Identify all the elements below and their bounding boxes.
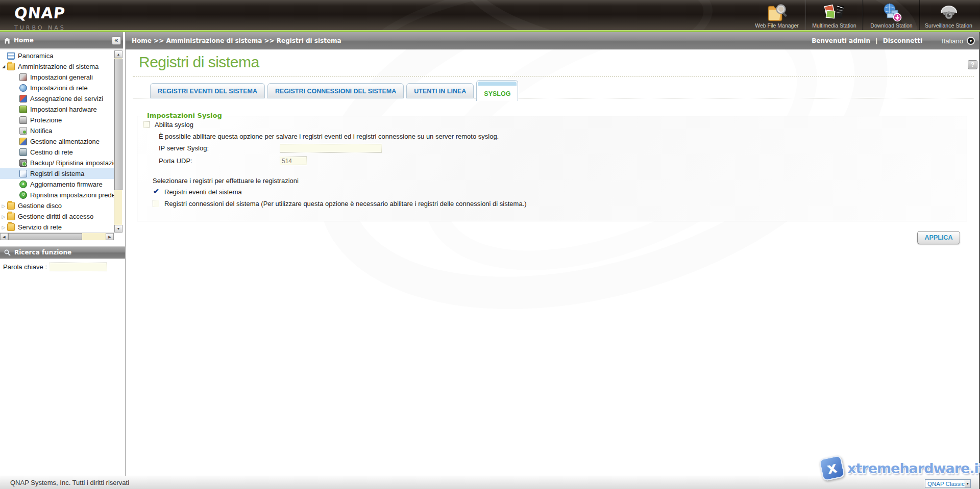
scroll-right-icon[interactable]: ▶	[106, 233, 114, 240]
select-logs-note: Selezionare i registri per effettuare le…	[153, 177, 299, 185]
tab-utenti-in-linea[interactable]: UTENTI IN LINEA	[406, 83, 474, 98]
keyword-input[interactable]	[50, 263, 107, 271]
sidebar-item-label: Assegnazione dei servizi	[30, 95, 103, 102]
sidebar-item-label: Cestino di rete	[30, 148, 73, 156]
log-tabs: REGISTRI EVENTI DEL SISTEMAREGISTRI CONN…	[150, 82, 518, 98]
home-icon	[4, 37, 11, 44]
sidebar-item-label: Notifica	[30, 127, 52, 135]
station-surveillance-station[interactable]: Surveillance Station	[920, 0, 977, 30]
sidebar-item-registri-di-sistema[interactable]: Registri di sistema	[0, 168, 114, 179]
connection-logs-label: Registri connessioni del sistema (Per ut…	[164, 200, 527, 208]
sidebar-item-label: Servizio di rete	[18, 223, 62, 231]
collapse-sidebar-button[interactable]: «	[112, 36, 121, 45]
sidebar-item-label: Backup/ Ripristina impostazioni	[30, 159, 114, 167]
navigation-tree: Panoramica◢Amministrazione di sistemaImp…	[0, 50, 114, 233]
sidebar-item-assegnazione-dei-servizi[interactable]: Assegnazione dei servizi	[0, 93, 114, 104]
firmware-icon	[19, 181, 27, 188]
connection-logs-checkbox[interactable]	[153, 200, 159, 207]
theme-select[interactable]: QNAP Classic ▼	[925, 479, 971, 488]
language-dropdown-icon[interactable]: ▼	[967, 37, 975, 45]
tab-label: REGISTRI EVENTI DEL SISTEMA	[158, 88, 257, 95]
tab-syslog[interactable]: SYSLOG	[476, 80, 518, 101]
folder-icon	[7, 223, 15, 231]
station-label: Download Station	[870, 22, 912, 29]
horizontal-scroll-thumb[interactable]	[8, 233, 82, 240]
security-icon	[19, 116, 27, 124]
syslog-settings-group: Impostazioni Syslog Abilita syslog È pos…	[137, 116, 967, 221]
syslog-ip-input[interactable]	[280, 144, 382, 152]
tree-vertical-scrollbar[interactable]: ▲ ▼	[114, 50, 122, 233]
sidebar-item-label: Gestione diritti di accesso	[18, 213, 93, 220]
sidebar-item-gestione-diritti-di-accesso[interactable]: ▷Gestione diritti di accesso	[0, 211, 114, 222]
station-download-station[interactable]: Download Station	[863, 0, 920, 30]
main-content: Registri di sistema ? REGISTRI EVENTI DE…	[126, 49, 979, 476]
services-icon	[19, 95, 27, 102]
tab-registri-connessioni-del-sistema[interactable]: REGISTRI CONNESSIONI DEL SISTEMA	[267, 83, 404, 98]
sidebar-item-label: Impostazioni hardware	[30, 106, 97, 113]
sidebar-item-gestione-disco[interactable]: ▷Gestione disco	[0, 200, 114, 211]
scroll-left-icon[interactable]: ◀	[0, 233, 8, 240]
expander-closed-icon[interactable]: ▷	[0, 203, 7, 209]
expander-open-icon[interactable]: ◢	[0, 64, 7, 69]
group-legend: Impostazioni Syslog	[144, 112, 225, 119]
breadcrumb: Home >> Amministrazione di sistema >> Re…	[132, 37, 812, 44]
multimedia-station-icon	[823, 2, 846, 22]
web-file-manager-icon	[765, 2, 789, 22]
sidebar-item-servizio-di-rete[interactable]: ▷Servizio di rete	[0, 222, 114, 233]
sidebar-item-label: Gestione alimentazione	[30, 138, 100, 145]
sidebar-item-label: Registri di sistema	[30, 170, 84, 177]
sidebar-item-panoramica[interactable]: Panoramica	[0, 50, 114, 61]
sidebar-item-protezione[interactable]: Protezione	[0, 115, 114, 125]
expander-closed-icon[interactable]: ▷	[0, 225, 7, 230]
station-multimedia-station[interactable]: Multimedia Station	[805, 0, 863, 30]
help-button[interactable]: ?	[968, 60, 977, 69]
hardware-icon	[19, 106, 27, 113]
theme-select-arrow-icon[interactable]: ▼	[965, 480, 970, 487]
notify-icon	[19, 127, 27, 135]
expander-closed-icon[interactable]: ▷	[0, 214, 7, 219]
sidebar-item-cestino-di-rete[interactable]: Cestino di rete	[0, 147, 114, 158]
syslog-description: È possibile abilitare questa opzione per…	[159, 133, 499, 140]
sidebar-item-label: Impostazioni di rete	[30, 84, 88, 92]
sidebar-item-aggiornamento-firmware[interactable]: Aggiornamento firmware	[0, 179, 114, 190]
user-area: Benvenuti admin | Disconnetti	[812, 37, 922, 44]
keyword-label: Parola chiave :	[3, 263, 47, 271]
tab-registri-eventi-del-sistema[interactable]: REGISTRI EVENTI DEL SISTEMA	[150, 83, 265, 98]
sidebar-item-impostazioni-generali[interactable]: Impostazioni generali	[0, 72, 114, 83]
sidebar-item-label: Gestione disco	[18, 202, 62, 210]
checkmark-icon: ✔	[153, 187, 159, 195]
vertical-scroll-thumb[interactable]	[114, 59, 122, 190]
station-links: Web File ManagerMultimedia StationDownlo…	[748, 0, 977, 30]
sidebar-item-ripristina-impostazioni-predefinite[interactable]: Ripristina impostazioni predefinite	[0, 190, 114, 200]
search-icon	[4, 249, 11, 256]
scroll-up-icon[interactable]: ▲	[114, 50, 122, 58]
logs-icon	[19, 170, 27, 177]
sidebar-item-notifica[interactable]: Notifica	[0, 125, 114, 136]
tree-horizontal-scrollbar[interactable]: ◀ ▶	[0, 233, 114, 240]
theme-select-value: QNAP Classic	[925, 481, 965, 487]
station-web-file-manager[interactable]: Web File Manager	[748, 0, 805, 30]
copyright-text: QNAP Systems, Inc. Tutti i diritti riser…	[10, 479, 129, 486]
sidebar-item-gestione-alimentazione[interactable]: Gestione alimentazione	[0, 136, 114, 147]
enable-syslog-checkbox[interactable]	[143, 121, 150, 128]
sidebar-item-label: Aggiornamento firmware	[30, 181, 103, 188]
download-station-icon	[880, 2, 903, 22]
station-label: Web File Manager	[755, 22, 799, 29]
language-selector[interactable]: Italiano ▼	[942, 37, 975, 45]
sidebar-item-amministrazione-di-sistema[interactable]: ◢Amministrazione di sistema	[0, 61, 114, 72]
udp-port-input[interactable]	[280, 157, 307, 165]
xtremehardware-logo-icon: x	[819, 455, 845, 481]
sidebar-item-backup-ripristina-impostazioni[interactable]: Backup/ Ripristina impostazioni	[0, 158, 114, 168]
doc-icon	[7, 52, 15, 60]
scroll-down-icon[interactable]: ▼	[114, 225, 122, 233]
syslog-ip-label: IP server Syslog:	[159, 144, 275, 152]
logout-link[interactable]: Disconnetti	[883, 37, 922, 44]
sidebar-item-impostazioni-hardware[interactable]: Impostazioni hardware	[0, 104, 114, 115]
sidebar-header: Home «	[0, 32, 123, 49]
backup-icon	[19, 159, 27, 167]
apply-button[interactable]: APPLICA	[917, 231, 960, 244]
event-logs-checkbox[interactable]: ✔	[153, 189, 159, 195]
sidebar-item-impostazioni-di-rete[interactable]: Impostazioni di rete	[0, 83, 114, 93]
udp-port-label: Porta UDP:	[159, 157, 275, 165]
keyword-row: Parola chiave :	[3, 263, 107, 271]
